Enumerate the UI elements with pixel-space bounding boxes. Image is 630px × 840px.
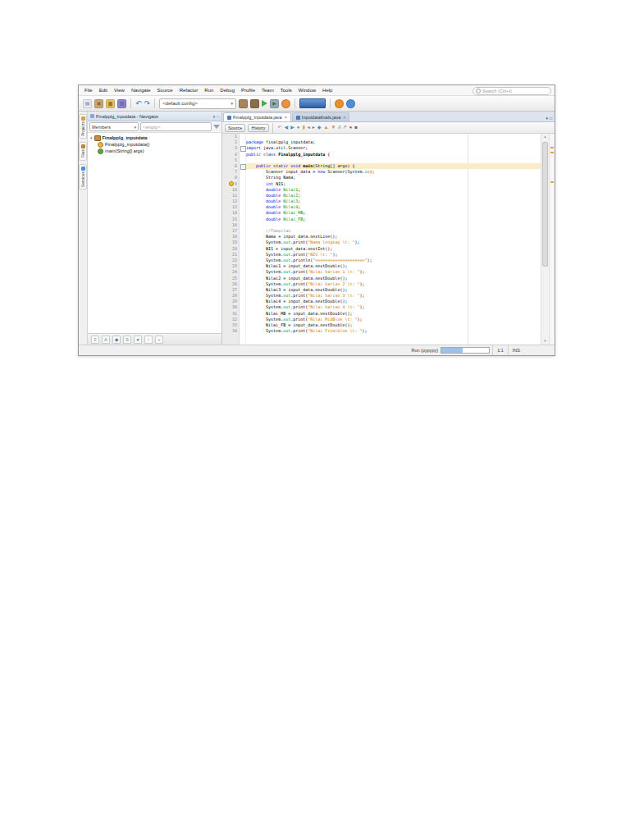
show-fields-icon[interactable]: ◆ [112,336,121,344]
gutter-line[interactable]: 15 [222,217,239,222]
fold-column[interactable]: −− [240,134,246,345]
gutter-line[interactable]: 34 [222,328,239,334]
gutter-line[interactable]: 28 [222,293,239,299]
tree-item-method[interactable]: main(String[] args) [88,148,221,154]
side-tab-services[interactable]: Services [79,164,87,189]
menu-tools[interactable]: Tools [277,85,295,95]
gutter-line[interactable]: 17 [222,228,239,234]
gutter-line[interactable]: 6 [222,163,239,169]
gutter-line[interactable]: 22 [222,258,239,263]
profile-project-icon[interactable] [281,99,290,108]
config-select[interactable]: <default config> ▾ [159,98,236,109]
gutter-line[interactable]: 14 [222,210,239,216]
gutter-line[interactable]: 24 [222,269,239,275]
fold-toggle-icon[interactable]: − [240,146,246,152]
menu-help[interactable]: Help [319,85,336,95]
new-file-icon[interactable]: ▤ [83,99,92,108]
gutter-line[interactable]: 1 [222,134,239,139]
toggle-highlight-icon[interactable]: ▮ [302,124,304,131]
find-selection-icon[interactable]: ● [297,124,300,131]
navigator-filter-input[interactable]: <empty> [140,122,212,131]
gutter-line[interactable]: 2 [222,139,239,145]
gutter-line[interactable]: 8 [222,175,239,180]
undo-icon[interactable]: ↶ [135,100,142,107]
scroll-up-icon[interactable]: ▲ [541,134,549,140]
side-tab-projects[interactable]: Projects [79,114,87,139]
scrollbar-thumb[interactable] [542,142,548,267]
gutter-line[interactable]: 12 [222,199,239,204]
menu-team[interactable]: Team [258,85,277,95]
tab-list-icon[interactable]: ▾ [546,116,548,121]
gutter-line[interactable]: 9 [222,181,239,187]
gutter-line[interactable]: 4 [222,152,239,158]
gutter-line[interactable]: 20 [222,246,239,252]
gutter-line[interactable]: 3 [222,145,239,151]
close-tab-icon[interactable]: × [343,115,345,120]
gutter-line[interactable]: 5 [222,158,239,163]
gutter-line[interactable]: 13 [222,204,239,210]
last-edited-icon[interactable]: ↶ [278,124,282,131]
minimize-icon[interactable]: – [217,114,219,119]
menu-window[interactable]: Window [295,85,319,95]
gutter-line[interactable]: 16 [222,222,239,228]
build-project-icon[interactable] [239,99,248,108]
gutter-line[interactable]: 18 [222,234,239,240]
gutter-line[interactable]: 26 [222,281,239,287]
gutter-line[interactable]: 10 [222,187,239,193]
gutter-line[interactable]: 33 [222,322,239,328]
menu-file[interactable]: File [81,85,96,95]
show-public-members-icon[interactable]: ● [134,336,142,344]
previous-bookmark-icon[interactable]: ◂ [308,124,310,131]
editor-tab[interactable]: Finalpplg_inputdata.java× [223,112,291,121]
search-input[interactable]: Search (Ctrl+I) [472,87,551,95]
gutter-line[interactable]: 31 [222,311,239,317]
back-icon[interactable]: ◀ [285,124,289,131]
code-area[interactable]: package finalpplg_inputdata;import java.… [246,134,541,345]
editor-gutter[interactable]: 1234567891011121314151617181920212223242… [222,134,240,345]
comment-icon[interactable]: // [338,124,340,131]
gutter-line[interactable]: 30 [222,304,239,310]
tree-item-class[interactable]: ▾Finalpplg_inputdata [88,135,221,141]
editor-scrollbar[interactable]: ▲ ▼ [541,134,549,345]
menu-profile[interactable]: Profile [238,85,258,95]
close-tab-icon[interactable]: × [285,115,287,120]
menu-view[interactable]: View [111,85,128,95]
fold-toggle-icon[interactable]: − [240,164,246,170]
gutter-line[interactable]: 32 [222,317,239,322]
previous-usage-icon[interactable]: ▲ [323,124,328,131]
scroll-down-icon[interactable]: ▼ [541,338,549,345]
menu-edit[interactable]: Edit [96,85,111,95]
source-button[interactable]: Source [225,124,245,132]
gutter-line[interactable]: 27 [222,287,239,293]
menu-refactor[interactable]: Refactor [176,85,202,95]
gutter-line[interactable]: 21 [222,252,239,258]
expand-all-icon[interactable]: + [155,336,163,344]
menu-source[interactable]: Source [154,85,176,95]
save-all-icon[interactable]: ▥ [117,99,126,108]
gutter-line[interactable]: 7 [222,169,239,175]
start-macro-icon[interactable]: ● [349,124,353,131]
open-project-icon[interactable]: ▆ [106,99,115,108]
history-button[interactable]: History [248,124,268,132]
gutter-line[interactable]: 23 [222,263,239,269]
menu-run[interactable]: Run [201,85,217,95]
uncomment-icon[interactable]: /* [344,124,347,131]
gutter-line[interactable]: 11 [222,193,239,199]
new-project-icon[interactable]: ▣ [94,99,103,108]
redo-icon[interactable]: ↷ [144,100,151,107]
tree-item-constructor[interactable]: Finalpplg_inputdata() [88,141,221,148]
sort-by-source-icon[interactable]: ≡ [91,336,99,344]
gutter-line[interactable]: 29 [222,299,239,304]
next-bookmark-icon[interactable]: ▸ [313,124,315,131]
navigator-tab[interactable]: Finalpplg_inputdata - Navigator ▾ – [88,112,221,121]
debug-project-icon[interactable]: ▶ [270,99,279,108]
maximize-icon[interactable]: □ [550,116,552,121]
next-usage-icon[interactable]: ▼ [331,124,336,131]
filter-icon[interactable] [213,125,220,129]
forward-icon[interactable]: ▶ [290,124,294,131]
check-updates-icon[interactable] [335,99,344,108]
expand-arrow-icon[interactable]: ▾ [90,135,93,140]
stop-macro-icon[interactable]: ■ [354,124,358,131]
menu-debug[interactable]: Debug [217,85,238,95]
toggle-bookmark-icon[interactable]: ◆ [317,124,322,131]
